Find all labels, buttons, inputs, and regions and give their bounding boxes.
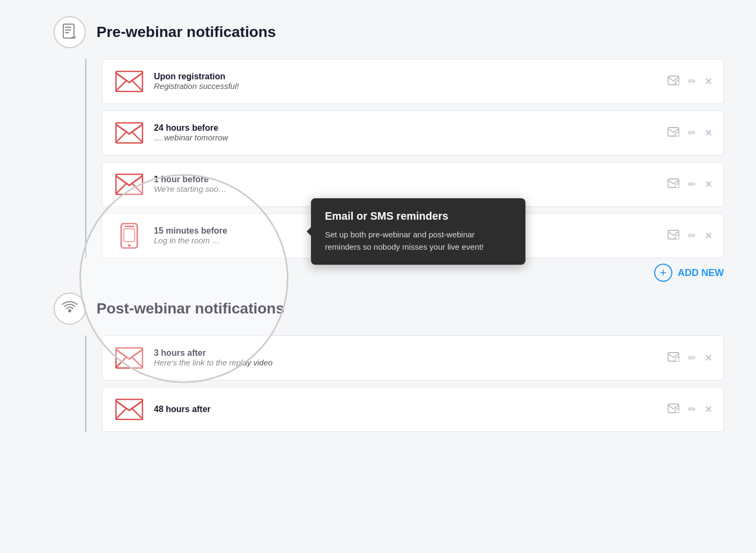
post-webinar-icon-circle	[54, 293, 86, 325]
edit-icon-1[interactable]: ✏	[688, 76, 696, 87]
send-icon-6[interactable]	[668, 403, 679, 416]
svg-line-12	[116, 132, 126, 143]
tooltip-box: Email or SMS reminders Set up both pre-w…	[311, 198, 525, 265]
sms-icon-area	[113, 222, 145, 249]
svg-point-26	[675, 235, 679, 240]
notification-text-1h: 1 hour before We're starting soo…	[154, 175, 668, 194]
svg-line-13	[132, 132, 143, 143]
send-icon-5[interactable]	[668, 352, 679, 364]
svg-line-30	[132, 357, 143, 368]
notif-timing-1: Upon registration	[154, 72, 668, 81]
send-icon-2[interactable]	[668, 127, 679, 139]
notif-timing-3: 1 hour before	[154, 175, 668, 184]
card-actions-4: ✏ ✕	[668, 230, 713, 242]
edit-icon-5[interactable]: ✏	[688, 352, 696, 364]
notification-card-48h-after: 48 hours after ✏ ✕	[102, 387, 724, 432]
notif-subtitle-5: Here's the link to the replay video	[154, 358, 272, 367]
notification-card-24h: 24 hours before … webinar tomorrow ✏ ✕	[102, 110, 724, 155]
svg-point-27	[68, 309, 71, 312]
tooltip-description: Set up both pre-webinar and post-webinar…	[325, 229, 512, 253]
card-actions-5: ✏ ✕	[668, 352, 713, 364]
svg-line-7	[132, 81, 143, 91]
delete-icon-3[interactable]: ✕	[705, 178, 713, 190]
delete-icon-2[interactable]: ✕	[705, 127, 713, 139]
svg-rect-16	[116, 174, 143, 195]
email-icon	[115, 71, 143, 92]
notif-subtitle-2: … webinar tomorrow	[154, 133, 228, 142]
pre-webinar-section-header: Pre-webinar notifications	[54, 16, 724, 48]
document-icon	[62, 24, 77, 41]
add-new-circle-icon: +	[654, 264, 672, 282]
add-new-button[interactable]: + ADD NEW	[654, 264, 724, 282]
pre-webinar-title: Pre-webinar notifications	[97, 24, 276, 41]
broadcast-icon	[61, 300, 78, 317]
card-actions-1: ℹ ✏ ✕	[668, 76, 713, 88]
send-icon-3[interactable]	[668, 178, 679, 191]
svg-rect-28	[116, 348, 143, 368]
delete-icon-6[interactable]: ✕	[705, 403, 713, 415]
email-icon-2	[115, 122, 143, 144]
email-icon-area-5	[113, 345, 145, 371]
svg-line-29	[116, 357, 126, 368]
email-icon-3	[115, 174, 143, 195]
svg-point-23	[128, 244, 131, 247]
notification-card-3h-after: 3 hours after Here's the link to the rep…	[102, 335, 724, 380]
email-icon-area-2	[113, 119, 145, 146]
svg-line-35	[132, 409, 143, 419]
sms-icon	[119, 223, 139, 249]
notification-text-3h-after: 3 hours after Here's the link to the rep…	[154, 348, 668, 368]
edit-icon-3[interactable]: ✏	[688, 178, 696, 190]
pre-webinar-icon-circle	[54, 16, 86, 48]
email-icon-area-6	[113, 396, 145, 423]
edit-icon-2[interactable]: ✏	[688, 127, 696, 139]
notif-timing-2: 24 hours before	[154, 123, 668, 133]
svg-rect-11	[116, 123, 143, 143]
notification-card-upon-registration: Upon registration Registration successfu…	[102, 59, 724, 104]
svg-rect-33	[116, 399, 143, 420]
svg-point-37	[675, 409, 679, 413]
svg-line-6	[116, 81, 126, 91]
delete-icon-5[interactable]: ✕	[705, 352, 713, 364]
notification-text-48h-after: 48 hours after	[154, 405, 668, 414]
email-icon-area-3	[113, 171, 145, 198]
email-icon-area	[113, 68, 145, 95]
svg-rect-22	[124, 226, 134, 227]
add-new-row: + ADD NEW	[54, 264, 724, 282]
notif-timing-5: 3 hours after	[154, 348, 668, 358]
notif-subtitle-3: We're starting soo…	[154, 184, 226, 193]
svg-rect-3	[65, 32, 69, 33]
svg-line-34	[116, 409, 126, 419]
add-new-label: ADD NEW	[678, 267, 724, 279]
post-webinar-section-header: Post-webinar notifications	[54, 293, 724, 325]
svg-line-18	[132, 184, 143, 194]
tooltip-title: Email or SMS reminders	[325, 210, 512, 222]
edit-icon-6[interactable]: ✏	[688, 403, 696, 415]
svg-rect-2	[65, 29, 71, 31]
card-actions-6: ✏ ✕	[668, 403, 713, 416]
post-webinar-title: Post-webinar notifications	[97, 300, 284, 317]
email-icon-6	[115, 399, 143, 420]
svg-rect-0	[63, 24, 74, 38]
svg-rect-5	[116, 71, 143, 92]
email-icon-5	[115, 347, 143, 369]
delete-icon-4[interactable]: ✕	[705, 230, 713, 242]
svg-point-32	[675, 357, 679, 362]
notification-text-24h: 24 hours before … webinar tomorrow	[154, 123, 668, 143]
svg-point-20	[675, 184, 679, 188]
delete-icon-1[interactable]: ✕	[705, 76, 713, 87]
notification-text-upon-registration: Upon registration Registration successfu…	[154, 72, 668, 91]
send-icon-4[interactable]	[668, 230, 679, 242]
svg-rect-24	[124, 229, 135, 242]
edit-icon-4[interactable]: ✏	[688, 230, 696, 242]
notif-subtitle-4: Log in the room …	[154, 236, 220, 245]
svg-point-15	[675, 132, 679, 137]
card-actions-2: ✏ ✕	[668, 127, 713, 139]
svg-rect-1	[65, 27, 71, 28]
svg-text:ℹ: ℹ	[676, 82, 677, 85]
notif-timing-6: 48 hours after	[154, 405, 668, 414]
svg-line-17	[116, 184, 126, 194]
notif-subtitle-1: Registration successful!	[154, 81, 239, 91]
card-actions-3: ✏ ✕	[668, 178, 713, 191]
send-icon-1[interactable]: ℹ	[668, 76, 679, 88]
